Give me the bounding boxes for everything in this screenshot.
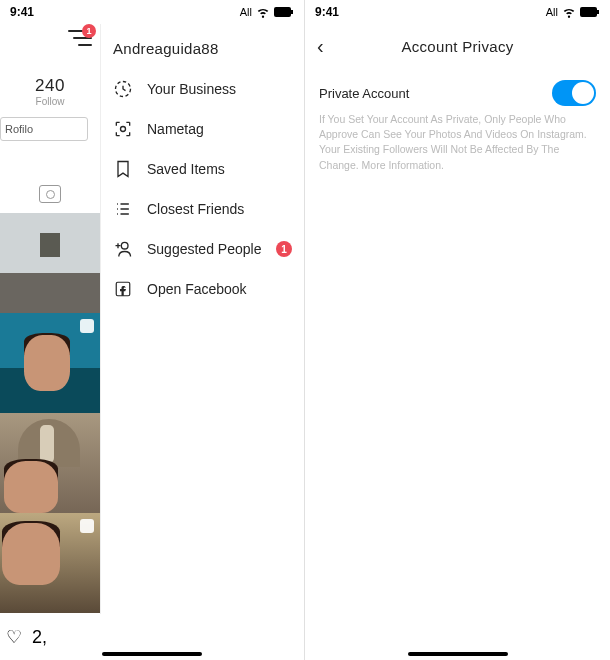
menu-badge: 1 bbox=[82, 24, 96, 38]
private-account-label: Private Account bbox=[319, 86, 409, 101]
svg-rect-1 bbox=[291, 10, 293, 14]
menu-suggested-people[interactable]: Suggested People 1 bbox=[101, 229, 304, 269]
home-indicator bbox=[408, 652, 508, 656]
status-icons: All bbox=[546, 5, 600, 19]
comment-count: 2, bbox=[32, 627, 47, 648]
grid-photo[interactable] bbox=[0, 313, 100, 413]
menu-label: Closest Friends bbox=[147, 201, 244, 217]
wifi-icon bbox=[562, 5, 576, 19]
menu-saved[interactable]: Saved Items bbox=[101, 149, 304, 189]
bottom-bar: ♡ 2, bbox=[0, 614, 304, 660]
grid-photo[interactable] bbox=[0, 513, 100, 613]
menu-label: Suggested People bbox=[147, 241, 261, 257]
svg-rect-8 bbox=[597, 10, 599, 14]
bookmark-icon bbox=[113, 159, 133, 179]
menu-closest-friends[interactable]: Closest Friends bbox=[101, 189, 304, 229]
profile-strip: 1 240 Follow bbox=[0, 24, 100, 660]
grid-photo[interactable] bbox=[0, 213, 100, 313]
list-icon bbox=[113, 199, 133, 219]
wifi-icon bbox=[256, 5, 270, 19]
svg-point-3 bbox=[121, 127, 126, 132]
privacy-title: Account Privacy bbox=[317, 38, 598, 55]
suggested-badge: 1 bbox=[276, 241, 292, 257]
profile-screen: 9:41 All 1 240 Follow bbox=[0, 0, 305, 660]
status-icons: All bbox=[240, 5, 294, 19]
grid-photo[interactable] bbox=[0, 413, 100, 513]
menu-label: Saved Items bbox=[147, 161, 225, 177]
drawer-menu: Andreaguida88 Your Business Nametag bbox=[100, 24, 304, 660]
heart-icon[interactable]: ♡ bbox=[6, 626, 22, 648]
multi-post-icon bbox=[80, 519, 94, 533]
private-account-row: Private Account bbox=[305, 68, 610, 110]
tagged-tab-icon[interactable] bbox=[39, 185, 61, 203]
status-bar-left: 9:41 All bbox=[0, 0, 304, 24]
status-time: 9:41 bbox=[315, 5, 339, 19]
svg-rect-7 bbox=[580, 7, 597, 17]
home-indicator bbox=[102, 652, 202, 656]
stat-label: Follow bbox=[0, 96, 100, 107]
username-label: Andreaguida88 bbox=[101, 32, 304, 69]
carrier-label: All bbox=[546, 6, 558, 18]
clock-icon bbox=[113, 79, 133, 99]
status-bar-right: 9:41 All bbox=[305, 0, 610, 24]
svg-point-4 bbox=[121, 242, 128, 249]
stat-number: 240 bbox=[0, 76, 100, 96]
followers-stat[interactable]: 240 Follow bbox=[0, 76, 100, 107]
add-person-icon bbox=[113, 239, 133, 259]
carrier-label: All bbox=[240, 6, 252, 18]
battery-icon bbox=[580, 7, 600, 17]
nametag-icon bbox=[113, 119, 133, 139]
privacy-header: ‹ Account Privacy bbox=[305, 24, 610, 68]
menu-label: Open Facebook bbox=[147, 281, 247, 297]
menu-your-business[interactable]: Your Business bbox=[101, 69, 304, 109]
menu-label: Your Business bbox=[147, 81, 236, 97]
multi-post-icon bbox=[80, 319, 94, 333]
svg-rect-0 bbox=[274, 7, 291, 17]
privacy-screen: 9:41 All ‹ Account Privacy Private Accou… bbox=[305, 0, 610, 660]
status-time: 9:41 bbox=[10, 5, 34, 19]
menu-nametag[interactable]: Nametag bbox=[101, 109, 304, 149]
battery-icon bbox=[274, 7, 294, 17]
menu-label: Nametag bbox=[147, 121, 204, 137]
private-account-toggle[interactable] bbox=[552, 80, 596, 106]
photo-grid bbox=[0, 213, 100, 613]
menu-open-facebook[interactable]: Open Facebook bbox=[101, 269, 304, 309]
private-account-description: If You Set Your Account As Private, Only… bbox=[305, 110, 610, 175]
facebook-icon bbox=[113, 279, 133, 299]
profile-input[interactable] bbox=[0, 117, 88, 141]
